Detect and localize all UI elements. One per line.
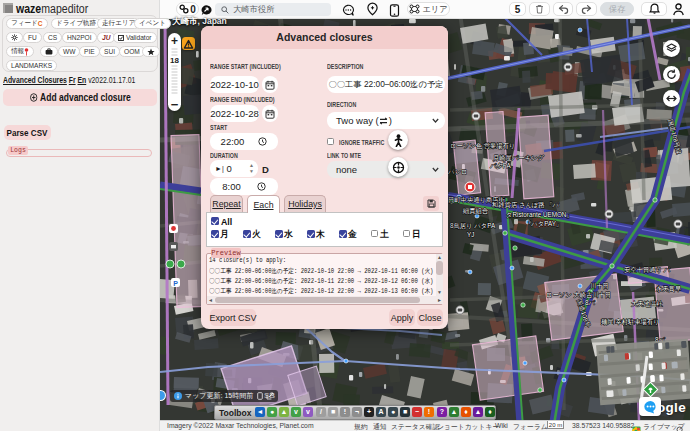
svg-text:ローソン 大崎古川十日: ローソン 大崎古川十日	[546, 291, 611, 299]
svg-text:パンロ: パンロ	[447, 168, 467, 175]
svg-text:「パタPAY」: 「パタPAY」	[525, 220, 562, 227]
svg-text:8鳥居り パタPA: 8鳥居り パタPA	[450, 222, 496, 230]
svg-text:細貫組合: 細貫組合	[462, 207, 488, 215]
svg-text:YJ: YJ	[467, 231, 474, 238]
svg-text:和雑貨店 さんぽ路 「パ: 和雑貨店 さんぽ路 「パ	[491, 201, 560, 209]
svg-text:麺屋 幸村駐車場有り: 麺屋 幸村駐車場有り	[601, 318, 660, 326]
svg-text:安空十日通り パ: 安空十日通り パ	[624, 266, 671, 274]
svg-text:大天地温社: 大天地温社	[631, 300, 663, 308]
svg-text:18: 18	[170, 56, 179, 65]
svg-text:タRistorante UEMON」: タRistorante UEMON」	[506, 211, 573, 218]
svg-text:ローソン色 営業場有り: ローソン色 営業場有り	[450, 142, 515, 150]
svg-text:8パ: 8パ	[585, 299, 596, 306]
svg-text:月崎屋パーキング: 月崎屋パーキング	[493, 154, 545, 162]
svg-text:パ夕PA: パ夕PA	[489, 162, 511, 169]
svg-text:永天賞早: 永天賞早	[656, 285, 681, 292]
svg-text:川十日: 川十日	[590, 282, 609, 290]
svg-text:P: P	[173, 280, 178, 287]
